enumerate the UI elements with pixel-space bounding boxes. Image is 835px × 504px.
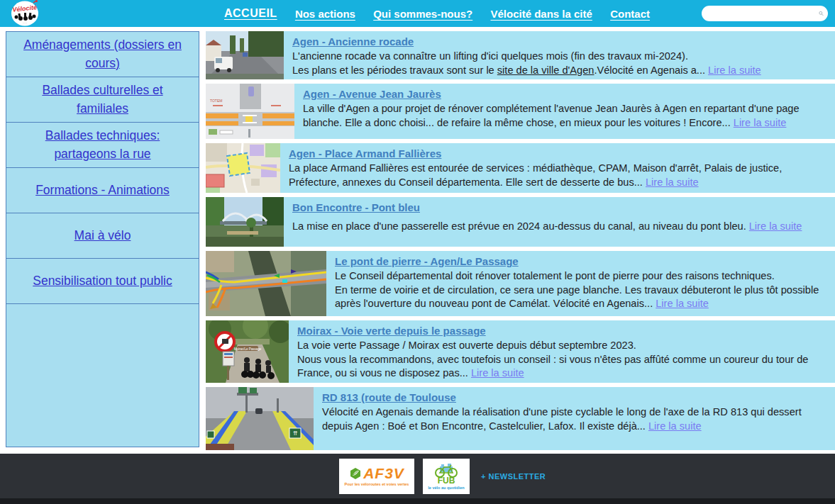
nav-qui-sommes-nous[interactable]: Qui sommes-nous? (373, 8, 472, 20)
nav-velocite-dans-la-cite[interactable]: Vélocité dans la cité (490, 8, 592, 20)
article-text: .Vélocité en Agenais a... (594, 65, 708, 76)
read-more-link[interactable]: Lire la suite (749, 220, 802, 232)
city-map-thumbnail[interactable] (206, 143, 280, 193)
footer-content: AF3V Pour les véloroutes et voies vertes… (0, 454, 835, 498)
sidebar-link[interactable]: Sensibilisation tout public (33, 272, 172, 290)
read-more-link[interactable]: Lire la suite (648, 420, 702, 432)
article-card-jean-jaures: TOTEM Agen - Avenue Jean Jaurès La ville… (206, 84, 835, 139)
article-text: La place Armand Fallières est entourée d… (289, 162, 782, 188)
article-card-armand-fallieres: Agen - Place Armand Fallières La place A… (206, 143, 835, 193)
bridge-photo-thumbnail[interactable] (206, 197, 284, 247)
sidebar-item-mai-a-velo[interactable]: Mai à vélo (6, 213, 199, 259)
sidebar-link[interactable]: Aménagements (dossiers en cours) (16, 36, 189, 72)
articles-list: Agen - Ancienne rocade L'ancienne rocade… (206, 31, 835, 450)
article-title-link[interactable]: Agen - Avenue Jean Jaurès (303, 88, 441, 100)
nav-accueil[interactable]: ACCUEIL (224, 7, 277, 20)
article-title-link[interactable]: Moirax - Voie verte depuis le passage (297, 325, 486, 337)
sidebar-empty-box (6, 303, 199, 447)
main-nav: ACCUEIL Nos actions Qui sommes-nous? Vél… (224, 7, 650, 20)
sidebar-link[interactable]: Mai à vélo (74, 227, 131, 245)
article-text: La voie verte Passage / Moirax est ouver… (297, 340, 636, 351)
article-text: Vélocité en Agenais demande la réalisati… (322, 406, 802, 432)
aerial-bridge-thumbnail[interactable] (206, 251, 326, 316)
search-input[interactable] (702, 6, 819, 21)
velocite-logo[interactable]: Vélocité ····· (10, 0, 41, 27)
article-text: En terme de voirie et de circulation, ce… (335, 284, 819, 310)
sidebar-link[interactable]: Ballades techniques: partageons la rue (16, 127, 189, 163)
article-title-link[interactable]: Agen - Ancienne rocade (292, 35, 414, 47)
read-more-link[interactable]: Lire la suite (656, 298, 709, 309)
af3v-logo[interactable]: AF3V Pour les véloroutes et voies vertes (339, 459, 414, 494)
page-footer: AF3V Pour les véloroutes et voies vertes… (0, 454, 835, 504)
sidebar-item-sensibilisation[interactable]: Sensibilisation tout public (6, 258, 199, 304)
fub-tagline: le vélo au quotidien (428, 486, 464, 490)
nav-contact[interactable]: Contact (610, 8, 650, 20)
sidebar-menu: Aménagements (dossiers en cours) Ballade… (6, 31, 199, 450)
search-icon[interactable] (819, 8, 824, 19)
page-body: Aménagements (dossiers en cours) Ballade… (0, 27, 835, 450)
article-title-link[interactable]: Le pont de pierre - Agen/Le Passage (335, 255, 519, 267)
sidebar-item-formations[interactable]: Formations - Animations (6, 167, 199, 213)
highway-photo-thumbnail[interactable]: ⇈ (206, 387, 314, 450)
article-title-link[interactable]: Bon Encontre - Pont bleu (292, 201, 420, 213)
svg-text:·····: ····· (23, 21, 28, 25)
article-text: Nous vous la recommandons, avec toutefoi… (297, 354, 808, 379)
article-text: La mise en place d'une passerelle est pr… (292, 220, 749, 232)
greenway-photo-thumbnail[interactable]: Moirax/Le Passage (206, 320, 289, 383)
af3v-leaf-icon (349, 467, 362, 480)
article-text: La ville d'Agen a pour projet de rénover… (303, 103, 800, 128)
sidebar-item-amenagements[interactable]: Aménagements (dossiers en cours) (6, 31, 199, 77)
read-more-link[interactable]: Lire la suite (708, 65, 761, 76)
article-card-rd813: ⇈ RD 813 (route de Toulouse Vélocité en … (206, 387, 835, 450)
footer-bottom-strip (0, 498, 835, 504)
search-box (702, 6, 828, 21)
sidebar-link[interactable]: Ballades culturelles et familiales (16, 82, 189, 118)
article-text: Les plans et les périodes travaux sont s… (292, 65, 497, 76)
article-title-link[interactable]: RD 813 (route de Toulouse (322, 391, 456, 403)
article-title-link[interactable]: Agen - Place Armand Fallières (289, 147, 441, 159)
fub-logo[interactable]: FUB le vélo au quotidien (423, 459, 470, 494)
fub-name: FUB (438, 476, 455, 485)
sidebar-item-ballades-culturelles[interactable]: Ballades culturelles et familiales (6, 77, 199, 123)
read-more-link[interactable]: Lire la suite (646, 177, 699, 188)
article-card-pont-de-pierre: Le pont de pierre - Agen/Le Passage Le C… (206, 251, 835, 316)
ville-agen-link[interactable]: site de la ville d'Agen (497, 65, 595, 76)
article-text: Le Conseil départemental doit rénover to… (335, 270, 775, 281)
road-plan-thumbnail[interactable]: TOTEM (206, 84, 294, 139)
article-card-pont-bleu: Bon Encontre - Pont bleu La mise en plac… (206, 197, 835, 247)
street-photo-thumbnail[interactable] (206, 31, 284, 79)
svg-text:⇈: ⇈ (293, 430, 298, 437)
read-more-link[interactable]: Lire la suite (471, 367, 524, 379)
newsletter-link[interactable]: + NEWSLETTER (481, 472, 546, 481)
article-card-ancienne-rocade: Agen - Ancienne rocade L'ancienne rocade… (206, 31, 835, 79)
nav-nos-actions[interactable]: Nos actions (295, 8, 355, 20)
sidebar-link[interactable]: Formations - Animations (35, 181, 170, 199)
read-more-link[interactable]: Lire la suite (734, 117, 787, 128)
article-text: L'ancienne rocade va connaître un liftin… (292, 50, 688, 62)
article-card-voie-verte: Moirax/Le Passage Moirax - Voie verte de… (206, 320, 835, 383)
top-header: Vélocité ····· ACCUEIL Nos actions Qui s… (0, 0, 835, 27)
sidebar-item-ballades-techniques[interactable]: Ballades techniques: partageons la rue (6, 122, 199, 168)
af3v-name: AF3V (363, 466, 404, 481)
svg-text:Moirax/Le Passage: Moirax/Le Passage (234, 347, 262, 351)
af3v-tagline: Pour les véloroutes et voies vertes (345, 482, 409, 486)
svg-text:TOTEM: TOTEM (210, 99, 222, 103)
